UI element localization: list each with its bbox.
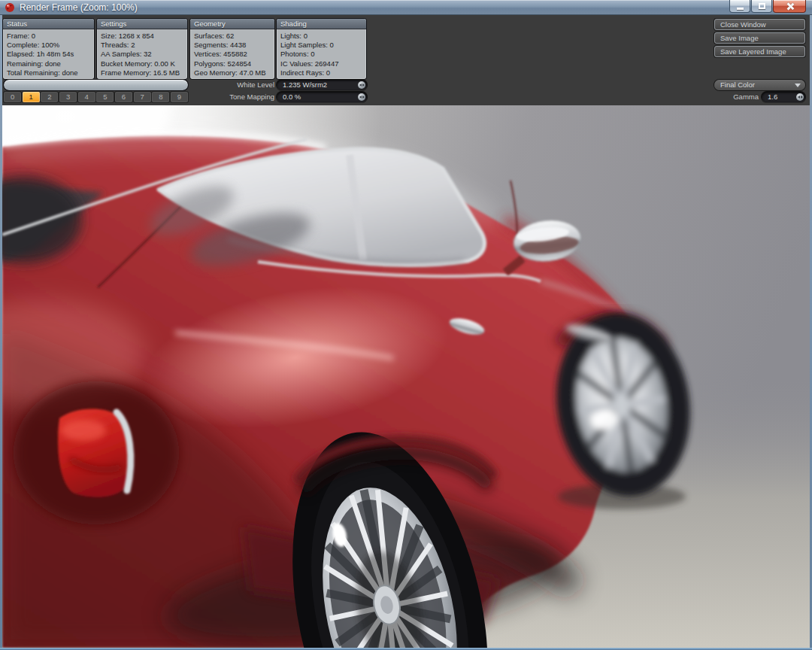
close-window-button[interactable]: Close Window bbox=[714, 19, 805, 30]
settings-row: Threads2 bbox=[101, 41, 183, 50]
minimize-icon bbox=[737, 8, 744, 10]
frame-button[interactable]: 3 bbox=[59, 92, 77, 102]
status-row: Elapsed1h 48m 54s bbox=[7, 50, 90, 59]
window-title: Render Frame (Zoom: 100%) bbox=[20, 2, 138, 13]
settings-row: AA Samples32 bbox=[101, 50, 183, 59]
maximize-button[interactable] bbox=[751, 0, 772, 13]
shading-row: Lights0 bbox=[280, 32, 362, 41]
frame-button[interactable]: 4 bbox=[78, 92, 95, 102]
geometry-row: Segments4438 bbox=[194, 41, 271, 50]
frame-button[interactable]: 5 bbox=[96, 92, 114, 102]
close-button[interactable] bbox=[773, 0, 806, 13]
maximize-icon bbox=[759, 3, 765, 9]
shading-panel: Shading Lights0 Light Samples0 Photons0 … bbox=[277, 19, 366, 79]
settings-row: Frame Memory16.5 MB bbox=[101, 68, 183, 77]
status-row: Complete100% bbox=[7, 41, 90, 50]
frame-button[interactable]: 0 bbox=[4, 92, 21, 102]
gamma-label: Gamma bbox=[679, 92, 759, 102]
tone-mapping-label: Tone Mapping bbox=[183, 92, 274, 102]
toolbar: Status Frame0 Complete100% Elapsed1h 48m… bbox=[2, 15, 810, 105]
geometry-row: Vertices455882 bbox=[194, 50, 271, 59]
render-image bbox=[2, 105, 810, 648]
status-row: Frame0 bbox=[7, 32, 90, 41]
shading-panel-title: Shading bbox=[277, 19, 366, 29]
frame-buttons: 0 1 2 3 4 5 6 7 8 9 bbox=[4, 92, 188, 102]
settings-panel-title: Settings bbox=[97, 19, 187, 29]
app-icon bbox=[5, 2, 15, 13]
white-level-spinner-icon[interactable] bbox=[358, 81, 365, 89]
status-panel-title: Status bbox=[3, 19, 94, 29]
settings-row: Size1268 x 854 bbox=[101, 32, 183, 41]
titlebar: Render Frame (Zoom: 100%) bbox=[0, 0, 812, 15]
settings-panel: Settings Size1268 x 854 Threads2 AA Samp… bbox=[97, 19, 187, 79]
status-row: Total Remainingdone bbox=[7, 68, 90, 77]
render-viewport[interactable] bbox=[2, 105, 810, 648]
frame-button[interactable]: 1 bbox=[23, 92, 40, 102]
minimize-button[interactable] bbox=[729, 0, 750, 13]
tail-light bbox=[14, 381, 179, 524]
status-row: Remainingdone bbox=[7, 59, 90, 68]
shading-row: Light Samples0 bbox=[280, 41, 362, 50]
tone-mapping-spinner-icon[interactable] bbox=[358, 93, 365, 101]
render-frame-window: Render Frame (Zoom: 100%) Status Frame0 … bbox=[0, 0, 812, 650]
final-color-dropdown[interactable]: Final Color bbox=[714, 80, 805, 90]
save-image-button[interactable]: Save Image bbox=[714, 32, 805, 44]
shading-row: IC Values269447 bbox=[280, 59, 362, 68]
geometry-panel: Geometry Surfaces62 Segments4438 Vertice… bbox=[190, 19, 274, 79]
gamma-spinner-icon[interactable] bbox=[796, 93, 804, 101]
frame-button[interactable]: 8 bbox=[152, 92, 169, 102]
tone-mapping-input[interactable]: 0.0 % bbox=[277, 92, 367, 102]
save-layered-image-button[interactable]: Save Layered Image bbox=[714, 46, 805, 57]
geometry-panel-title: Geometry bbox=[190, 19, 274, 29]
close-icon bbox=[786, 2, 794, 11]
frame-button[interactable]: 2 bbox=[41, 92, 58, 102]
geometry-row: Polygons524854 bbox=[194, 59, 271, 68]
settings-row: Bucket Memory0.00 K bbox=[101, 59, 183, 68]
white-level-input[interactable]: 1.235 W/srm2 bbox=[277, 80, 367, 90]
white-level-label: White Level bbox=[183, 80, 274, 90]
geometry-row: Geo Memory47.0 MB bbox=[194, 68, 271, 77]
window-border-left bbox=[0, 15, 2, 648]
render-progress-bar bbox=[4, 80, 188, 90]
shading-row: Photons0 bbox=[280, 50, 362, 59]
gamma-input[interactable]: 1.6 bbox=[762, 92, 805, 102]
frame-button[interactable]: 7 bbox=[134, 92, 151, 102]
status-panel: Status Frame0 Complete100% Elapsed1h 48m… bbox=[3, 19, 94, 79]
frame-button[interactable]: 6 bbox=[115, 92, 132, 102]
chevron-down-icon bbox=[795, 84, 801, 87]
progress-fill bbox=[4, 80, 188, 90]
geometry-row: Surfaces62 bbox=[194, 32, 271, 41]
shading-row: Indirect Rays0 bbox=[280, 68, 362, 77]
